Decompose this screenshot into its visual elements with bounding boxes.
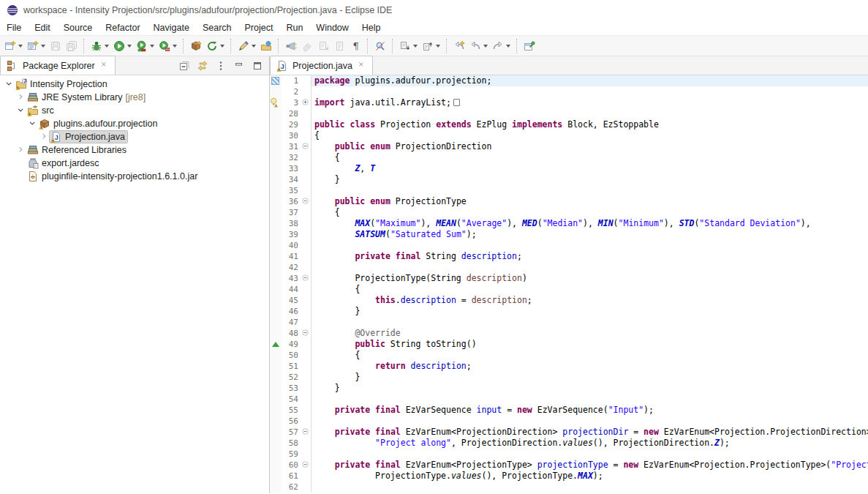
code-line-46[interactable]: 46 } [270, 306, 868, 317]
toolbar-mark-occurrences-button[interactable] [372, 37, 388, 55]
code-line-62[interactable]: 62 [270, 482, 868, 493]
menu-source[interactable]: Source [57, 21, 99, 34]
toolbar-new-java-project-button[interactable] [188, 37, 204, 55]
tree-item-pluginfile-intensity-projection1-6-1-0-jar[interactable]: pluginfile-intensity-projection1.6.1.0.j… [0, 170, 269, 183]
code-line-30[interactable]: 30{ [270, 130, 868, 141]
dropdown-arrow-icon[interactable] [252, 45, 256, 48]
chevron-right-icon[interactable] [15, 91, 26, 103]
code-line-28[interactable]: 28 [270, 108, 868, 119]
code-line-61[interactable]: 61 ProjectionType.values(), ProjectionTy… [270, 471, 868, 482]
toolbar-prev-annotation-button[interactable] [420, 37, 442, 55]
code-line-57[interactable]: 57 private final EzVarEnum<ProjectionDir… [270, 427, 868, 438]
code-line-50[interactable]: 50 { [270, 350, 868, 361]
code-line-49[interactable]: 49 public String toString() [270, 339, 868, 350]
toolbar-back-button[interactable] [467, 37, 490, 55]
toolbar-profile-button[interactable] [156, 37, 179, 55]
menu-project[interactable]: Project [238, 21, 280, 34]
code-line-55[interactable]: 55 private final EzVarSequence input = n… [270, 405, 868, 416]
toolbar-sign-pen-button[interactable] [235, 37, 258, 55]
fold-collapse-icon[interactable] [301, 427, 312, 438]
chevron-down-icon[interactable] [4, 78, 15, 90]
dropdown-arrow-icon[interactable] [127, 45, 132, 48]
dropdown-arrow-icon[interactable] [173, 45, 177, 48]
toolbar-open-resource-button[interactable] [258, 37, 274, 55]
code-line-45[interactable]: 45 this.description = description; [270, 295, 868, 306]
tree-item-projection-java[interactable]: JProjection.java [0, 130, 269, 143]
code-line-36[interactable]: 36 public enum ProjectionType [270, 196, 868, 207]
tree-item-jre-system-library[interactable]: JRE System Library [jre8] [0, 91, 269, 104]
code-line-32[interactable]: 32 { [270, 152, 868, 163]
collapse-all-button[interactable] [178, 60, 190, 72]
toolbar-new-wizard-button[interactable] [2, 37, 25, 55]
code-line-56[interactable]: 56 [270, 416, 868, 427]
menu-refactor[interactable]: Refactor [99, 21, 146, 34]
dropdown-arrow-icon[interactable] [506, 45, 510, 48]
dropdown-arrow-icon[interactable] [41, 45, 45, 48]
code-line-35[interactable]: 35 [270, 185, 868, 196]
maximize-button[interactable] [252, 60, 263, 72]
close-icon[interactable] [101, 61, 109, 70]
chevron-right-icon[interactable] [39, 131, 50, 143]
toolbar-pin-editor-button[interactable] [521, 37, 537, 55]
tree-item-referenced-libraries[interactable]: Referenced Libraries [0, 143, 269, 157]
code-line-53[interactable]: 53 } [270, 383, 868, 394]
dropdown-arrow-icon[interactable] [105, 45, 109, 48]
link-with-editor-button[interactable] [197, 60, 208, 72]
dropdown-arrow-icon[interactable] [18, 45, 23, 48]
toolbar-refresh-button[interactable] [204, 37, 227, 55]
code-line-39[interactable]: 39 SATSUM("Saturated Sum"); [270, 229, 868, 240]
minimize-button[interactable] [233, 60, 245, 72]
code-line-58[interactable]: 58 "Project along", ProjectionDirection.… [270, 438, 868, 449]
code-line-47[interactable]: 47 [270, 317, 868, 328]
code-line-51[interactable]: 51 return description; [270, 361, 868, 372]
code-line-34[interactable]: 34 } [270, 174, 868, 185]
fold-expand-icon[interactable] [301, 97, 312, 108]
chevron-down-icon[interactable] [15, 105, 26, 116]
toolbar-flashlight-button[interactable] [283, 37, 299, 55]
tree-item-plugins-adufour-projection[interactable]: plugins.adufour.projection [0, 117, 269, 130]
menu-file[interactable]: File [0, 21, 28, 34]
dropdown-arrow-icon[interactable] [436, 45, 440, 48]
code-line-54[interactable]: 54 [270, 394, 868, 405]
fold-collapse-icon[interactable] [301, 141, 312, 152]
code-line-59[interactable]: 59 [270, 449, 868, 460]
tree-item-intensity-projection[interactable]: JIntensity Projection [0, 78, 269, 91]
code-line-31[interactable]: 31 public enum ProjectionDirection [270, 141, 868, 152]
dropdown-arrow-icon[interactable] [483, 45, 488, 48]
chevron-down-icon[interactable] [27, 118, 38, 130]
menu-run[interactable]: Run [279, 21, 309, 34]
code-line-2[interactable]: 2 [270, 86, 868, 97]
close-icon[interactable] [358, 61, 366, 70]
menu-edit[interactable]: Edit [28, 21, 57, 34]
dropdown-arrow-icon[interactable] [220, 45, 224, 48]
code-line-1[interactable]: 1package plugins.adufour.projection; [270, 75, 868, 86]
code-line-37[interactable]: 37 { [270, 207, 868, 218]
tab-projection-java[interactable]: J Projection.java [270, 56, 373, 75]
fold-collapse-icon[interactable] [301, 328, 312, 339]
code-line-52[interactable]: 52 } [270, 372, 868, 383]
menu-search[interactable]: Search [196, 21, 238, 34]
code-line-42[interactable]: 42 [270, 262, 868, 273]
warning-bulb-icon[interactable] [270, 97, 282, 108]
tree-item-src[interactable]: src [0, 104, 269, 117]
code-line-43[interactable]: 43 ProjectionType(String description) [270, 273, 868, 284]
toolbar-last-edit-location-button[interactable] [451, 37, 467, 55]
toolbar-show-whitespace-button[interactable]: ¶ [347, 37, 363, 55]
fold-collapse-icon[interactable] [301, 273, 312, 284]
dropdown-arrow-icon[interactable] [150, 45, 154, 48]
code-line-60[interactable]: 60 private final EzVarEnum<ProjectionTyp… [270, 460, 868, 471]
fold-collapse-icon[interactable] [301, 460, 312, 471]
tree-item-export-jardesc[interactable]: export.jardesc [0, 157, 269, 170]
view-menu-button[interactable] [215, 60, 227, 72]
toolbar-run-button[interactable] [111, 37, 134, 55]
code-line-48[interactable]: 48 @Override [270, 328, 868, 339]
toolbar-next-annotation-button[interactable] [397, 37, 420, 55]
tab-package-explorer[interactable]: Package Explorer [0, 56, 116, 75]
code-line-33[interactable]: 33 Z, T [270, 163, 868, 174]
folded-region-box[interactable] [453, 99, 460, 106]
fold-collapse-icon[interactable] [301, 196, 312, 207]
code-line-40[interactable]: 40 [270, 240, 868, 251]
chevron-right-icon[interactable] [15, 144, 26, 156]
code-line-44[interactable]: 44 { [270, 284, 868, 295]
code-line-38[interactable]: 38 MAX("Maximum"), MEAN("Average"), MED(… [270, 218, 868, 229]
